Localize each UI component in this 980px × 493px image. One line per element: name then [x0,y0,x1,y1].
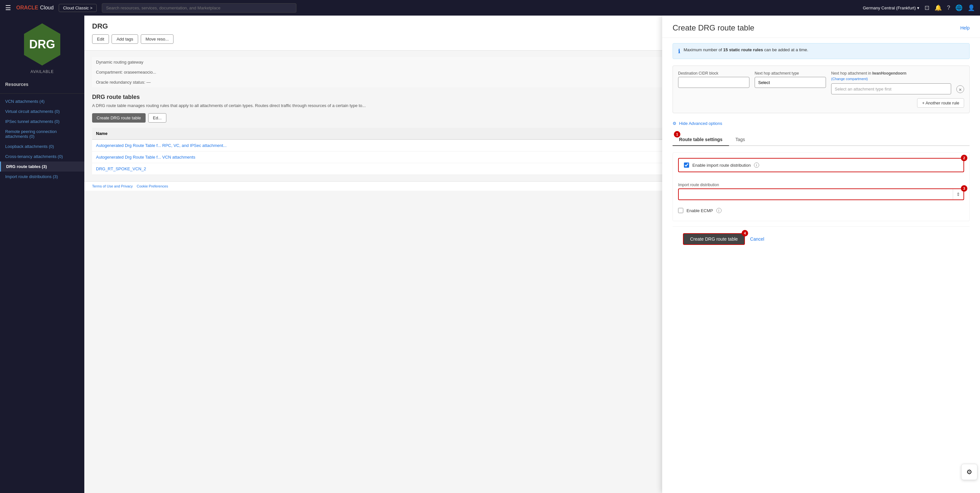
import-dist-input[interactable]: DRG_RDG_IMPORT [679,189,953,199]
help-widget-icon: ⚙ [966,468,972,476]
import-dist-label: Import route distribution [678,183,964,187]
help-icon[interactable]: ? [947,5,950,11]
badge-2: 2 [961,155,967,161]
add-rule-row: + Another route rule [678,98,964,108]
enable-import-wrapper: Enable import route distribution i 2 [678,158,964,177]
tab-route-settings[interactable]: Route table settings [673,134,729,146]
badge-3: 3 [961,185,967,192]
top-navigation: ☰ ORACLE Cloud Cloud Classic > Germany C… [0,0,980,16]
next-hop-attachment-label: Next hop attachment in IwanHoogendoorn [831,71,907,76]
drg-logo: DRG [21,23,63,65]
delete-rule-button[interactable]: ✕ [956,85,964,93]
import-dist-field: DRG_RDG_IMPORT ⇕ [678,188,964,200]
advanced-options-label: Hide Advanced options [679,121,722,126]
tabs-container: Route table settings Tags 1 [673,134,970,146]
table-row-link-1[interactable]: Autogenerated Drg Route Table f... RPC, … [96,143,227,148]
chevron-down-icon: ▾ [917,5,920,10]
sidebar-item-vcn-attachments[interactable]: VCN attachments (4) [0,96,84,107]
next-hop-attachment-select-wrapper: Select an attachment type first [831,83,951,94]
resources-title: Resources [0,82,34,87]
help-widget[interactable]: ⚙ [961,464,977,480]
cloud-classic-button[interactable]: Cloud Classic > [59,4,97,12]
next-hop-label-row: Next hop attachment in IwanHoogendoorn [831,71,951,76]
next-hop-attachment-select[interactable]: Select an attachment type first [831,83,951,94]
oracle-logo: ORACLE Cloud [16,5,54,11]
redundancy-value: — [146,80,151,85]
compartment-label: Compartment: [96,70,123,75]
route-rule-row: Destination CIDR block Next hop attachme… [678,71,964,94]
edit-button[interactable]: Edit [92,34,109,44]
import-dist-section: Import route distribution DRG_RDG_IMPORT… [678,183,964,200]
next-hop-type-group: Next hop attachment type Select [755,71,826,88]
enable-import-label: Enable import route distribution [692,163,751,168]
panel-header: Create DRG route table Help [662,16,980,38]
sidebar-item-remote-peering[interactable]: Remote peering connection attachments (0… [0,127,84,142]
cloud-text: Cloud [40,5,54,11]
hamburger-menu-icon[interactable]: ☰ [5,4,11,12]
next-hop-attachment-input-row: Select an attachment type first [831,83,951,94]
drg-status: AVAILABLE [30,69,54,74]
route-rule-section: Destination CIDR block Next hop attachme… [673,65,970,113]
bell-icon[interactable]: 🔔 [935,4,942,11]
move-resource-button[interactable]: Move reso... [141,34,174,44]
badge-4: 4 [741,230,748,237]
sidebar-item-loopback[interactable]: Loopback attachments (0) [0,142,84,151]
tab-section: Route table settings Tags 1 Enable impor… [673,134,970,221]
globe-icon[interactable]: 🌐 [955,4,963,11]
oracle-text: ORACLE [16,5,38,11]
create-drg-route-table-main-button[interactable]: Create DRG route table [92,113,146,122]
sidebar-item-drg-route-tables[interactable]: DRG route tables (3) [0,162,84,172]
add-tags-button[interactable]: Add tags [111,34,138,44]
user-icon[interactable]: 👤 [968,4,975,11]
table-row-link-2[interactable]: Autogenerated Drg Route Table f... VCN a… [96,155,195,159]
search-input[interactable] [102,3,296,13]
panel-title: Create DRG route table [673,23,754,32]
destination-cidr-input[interactable] [678,77,749,88]
terms-link[interactable]: Terms of Use and Privacy [92,184,133,188]
next-hop-attachment-group: Next hop attachment in IwanHoogendoorn (… [831,71,951,94]
compartment-value: oraseemeaocio... [124,70,156,75]
add-route-rule-button[interactable]: + Another route rule [917,98,964,108]
ecmp-checkbox[interactable] [678,208,683,213]
hide-advanced-options-link[interactable]: ⚙ Hide Advanced options [673,118,970,129]
tab-badge-1: 1 [674,131,680,138]
sidebar-item-cross-tenancy[interactable]: Cross-tenancy attachments (0) [0,151,84,162]
enable-import-row: Enable import route distribution i [678,158,964,172]
info-banner: ℹ Maximum number of 15 static route rule… [673,43,970,59]
cancel-button[interactable]: Cancel [750,237,764,242]
region-label: Germany Central (Frankfurt) [863,5,916,10]
sidebar-item-import-route-dist[interactable]: Import route distributions (3) [0,172,84,181]
change-compartment-link[interactable]: (Change compartment) [831,77,951,81]
sidebar-item-virtual-circuit[interactable]: Virtual circuit attachments (0) [0,107,84,116]
next-hop-type-label: Next hop attachment type [755,71,826,76]
next-hop-type-select[interactable]: Select [755,77,826,88]
destination-cidr-label: Destination CIDR block [678,71,749,76]
import-dist-input-wrapper: DRG_RDG_IMPORT ⇕ 3 [678,188,964,200]
route-settings-content: Enable import route distribution i 2 Imp… [673,153,970,221]
ecmp-info-icon: i [716,208,722,213]
sidebar: DRG AVAILABLE Resources VCN attachments … [0,16,84,493]
cookie-link[interactable]: Cookie Preferences [137,184,168,188]
info-text: Maximum number of 15 static route rules … [684,47,808,52]
table-row-link-3[interactable]: DRG_RT_SPOKE_VCN_2 [96,166,146,171]
ecmp-label: Enable ECMP [687,208,713,213]
panel-body: ℹ Maximum number of 15 static route rule… [662,38,980,493]
enable-import-checkbox[interactable] [684,162,689,168]
info-icon: ℹ [678,48,680,55]
ecmp-row: Enable ECMP i [678,205,964,216]
create-drg-route-table-button[interactable]: Create DRG route table [683,233,745,245]
edit-table-button[interactable]: Ed... [148,113,167,122]
create-btn-wrapper: Create DRG route table 4 [683,233,745,245]
next-hop-type-select-wrapper: Select [755,77,826,88]
nav-right-section: Germany Central (Frankfurt) ▾ ⊡ 🔔 ? 🌐 👤 [863,4,975,11]
redundancy-label: Oracle redundancy status: [96,80,145,85]
destination-cidr-group: Destination CIDR block [678,71,749,88]
region-selector[interactable]: Germany Central (Frankfurt) ▾ [863,5,920,10]
create-drg-panel: Create DRG route table Help ℹ Maximum nu… [662,16,980,493]
settings-icon: ⚙ [673,121,676,126]
tab-tags[interactable]: Tags [729,134,752,146]
sidebar-item-ipsec[interactable]: IPSec tunnel attachments (0) [0,116,84,127]
console-icon[interactable]: ⊡ [924,4,929,11]
panel-help-link[interactable]: Help [960,25,970,30]
panel-footer: Create DRG route table 4 Cancel [673,226,970,251]
